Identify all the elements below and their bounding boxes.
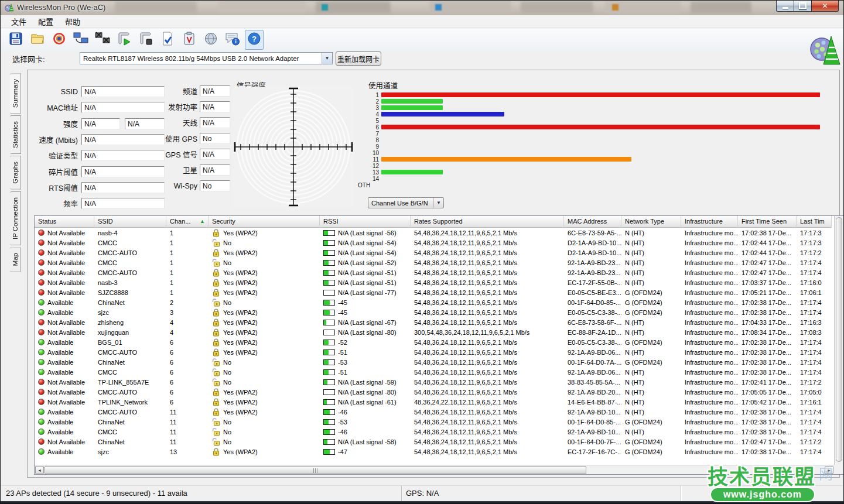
infrastructure-cell: Infrastructure mo... [681, 417, 738, 427]
table-row[interactable]: Availablesjzc13Yes (WPA2)-4754,48,36,24,… [35, 447, 833, 457]
first-seen-cell: 17:02:38 17-De... [738, 307, 797, 317]
table-row[interactable]: AvailableCMCC-AUTO6Yes (WPA2)-5154,48,36… [35, 347, 833, 357]
column-header[interactable]: Network Type [621, 216, 681, 228]
rates-cell: 54,48,36,24,18,12,11,9,6,5,2,1 Mb/s [411, 287, 564, 297]
rssi-bar-icon [323, 340, 335, 345]
column-header[interactable]: Security [209, 216, 320, 228]
last-seen-cell: 17:17:4 [797, 407, 832, 417]
chevron-down-icon[interactable]: ▼ [433, 198, 443, 208]
column-header[interactable]: First Time Seen [738, 216, 797, 228]
table-row[interactable]: Not AvailableChinaNet11NoN/A (Last signa… [35, 437, 833, 447]
menu-item[interactable]: 帮助 [59, 15, 86, 28]
reload-adapter-button[interactable]: 重新加载网卡 [336, 52, 381, 66]
table-row[interactable]: Not AvailableSJZC88881Yes (WPA2)N/A (Las… [35, 287, 833, 297]
table-row[interactable]: AvailableCMCC11No-4654,48,36,24,18,12,11… [35, 427, 833, 437]
table-row[interactable]: AvailableChinaNet11No-5354,48,36,24,18,1… [35, 417, 833, 427]
last-seen-cell: 17:16:1 [797, 397, 832, 407]
table-row[interactable]: Not Availablenasb-31Yes (WPA2)N/A (Last … [35, 277, 833, 287]
lock-open-icon [212, 368, 220, 376]
column-header[interactable]: SSID [94, 216, 166, 228]
mac-cell: D2-1A-A9-BD-10... [564, 248, 621, 258]
rates-cell: 48,36,24,22,18,12,11,9,6,5,2,1 Mb/s [411, 397, 564, 407]
table-row[interactable]: Not AvailableTPLINK_Network6Yes (WPA2)N/… [35, 397, 833, 407]
scroll-right-arrow[interactable]: ► [825, 466, 833, 474]
table-row[interactable]: Not AvailableCMCC-AUTO1Yes (WPA2)N/A (La… [35, 268, 833, 277]
mac-cell: 6C-E8-73-59-A5-... [564, 228, 621, 238]
infrastructure-cell: Infrastructure mo... [681, 387, 738, 397]
disconnect-button[interactable] [93, 30, 112, 50]
table-row[interactable]: AvailableBGS_016Yes (WPA2)-5254,48,36,24… [35, 337, 833, 347]
target-button[interactable] [50, 30, 69, 50]
table-row[interactable]: Not AvailableCMCC1NoN/A (Last signal -52… [35, 258, 833, 268]
tab-map[interactable]: Map [10, 247, 21, 272]
column-header[interactable]: Status [35, 216, 94, 228]
table-row[interactable]: AvailableChinaNet2No-4554,48,36,24,18,12… [35, 297, 833, 307]
close-button[interactable]: ✕ [811, 1, 839, 12]
scrollbar-thumb[interactable] [45, 466, 586, 474]
verify-button[interactable] [158, 30, 177, 50]
table-row[interactable]: Availablesjzc3Yes (WPA2)-4554,48,36,24,1… [35, 307, 833, 317]
field-value[interactable]: N/A [200, 85, 230, 97]
horizontal-scrollbar[interactable]: ◄ ► [35, 465, 834, 474]
toolbar: i? [1, 29, 843, 51]
status-cell: Available [35, 417, 94, 427]
maximize-button[interactable] [794, 1, 811, 12]
report-button[interactable] [180, 30, 199, 50]
scrollbar-thumb[interactable] [836, 217, 842, 462]
field-value[interactable]: N/A [81, 198, 165, 209]
table-row[interactable]: Not AvailableCMCC-AUTO1Yes (WPA2)N/A (La… [35, 248, 833, 258]
status-cell: Available [35, 427, 94, 437]
status-unavailable-icon [38, 438, 45, 445]
field-value[interactable]: N/A [200, 149, 230, 160]
column-header[interactable]: RSSI [320, 216, 411, 228]
rssi-cell: -51 [320, 367, 411, 377]
scroll-left-arrow[interactable]: ◄ [35, 466, 44, 474]
field-value[interactable]: N/A [200, 164, 230, 176]
minimize-button[interactable] [776, 1, 794, 12]
field-value[interactable]: N/A [200, 101, 230, 112]
rates-cell: 54,48,36,24,18,12,11,9,6,5,2,1 Mb/s [411, 258, 564, 268]
open-button[interactable] [28, 30, 47, 50]
rssi-cell: N/A (Last signal -77) [320, 287, 411, 297]
column-header[interactable]: Rates Supported [411, 216, 564, 228]
column-header[interactable]: Infrastructure [681, 216, 738, 228]
log-stop-button[interactable] [136, 30, 155, 50]
save-button[interactable] [6, 30, 25, 50]
field-label: RTS阈值 [9, 182, 81, 193]
table-row[interactable]: Not Availablexujingquan4Yes (WPA2)N/A (L… [35, 327, 833, 337]
field-value[interactable]: No [200, 133, 230, 144]
field-value[interactable]: No [200, 180, 230, 191]
table-row[interactable]: AvailableChinaNet6No-5354,48,36,24,18,12… [35, 357, 833, 367]
channel-mode-select[interactable]: Channel Use B/G/N ▼ [368, 197, 444, 208]
adapter-select[interactable]: Realtek RTL8187 Wireless 802.11b/g 54Mbp… [80, 52, 333, 64]
menu-item[interactable]: 文件 [5, 15, 32, 28]
lock-closed-icon [212, 318, 220, 327]
table-row[interactable]: AvailableCMCC6No-5154,48,36,24,18,12,11,… [35, 367, 833, 377]
table-row[interactable]: Not AvailableCMCC-AUTO6Yes (WPA2)N/A (La… [35, 387, 833, 397]
target-icon [52, 32, 66, 48]
web-button[interactable] [201, 30, 220, 50]
column-header[interactable]: MAC Address [564, 216, 621, 228]
rssi-bar-icon [323, 399, 335, 405]
channel-cell: 6 [166, 367, 209, 377]
table-row[interactable]: AvailableCMCC-AUTO11Yes (WPA2)-4654,48,3… [35, 407, 833, 417]
column-header[interactable]: Chan...▲ [166, 216, 209, 228]
connect-button[interactable] [71, 30, 90, 50]
channel-cell: 1 [166, 228, 209, 238]
vertical-scrollbar[interactable] [834, 216, 843, 465]
table-row[interactable]: Not Availablezhisheng4Yes (WPA2)N/A (Las… [35, 317, 833, 327]
field-value[interactable]: N/A [81, 118, 120, 129]
chevron-down-icon[interactable]: ▼ [322, 53, 332, 64]
field-value[interactable]: N/A [200, 117, 230, 128]
table-row[interactable]: Not AvailableCMCC1NoN/A (Last signal -54… [35, 238, 833, 248]
log-start-button[interactable] [115, 30, 134, 50]
column-header[interactable]: Last Tim [797, 216, 832, 228]
info-button[interactable]: i [223, 30, 242, 50]
table-row[interactable]: Not Availablenasb-41Yes (WPA2)N/A (Last … [35, 228, 833, 238]
table-row[interactable]: Not AvailableTP-LINK_855A7E6NoN/A (Last … [35, 377, 833, 387]
infrastructure-cell: Infrastructure mo... [681, 277, 738, 287]
help-button[interactable]: ? [245, 30, 264, 50]
menu-item[interactable]: 配置 [32, 15, 59, 28]
field-label: 速度 (Mbits) [9, 134, 81, 145]
rssi-cell: N/A (Last signal -51) [320, 268, 411, 277]
